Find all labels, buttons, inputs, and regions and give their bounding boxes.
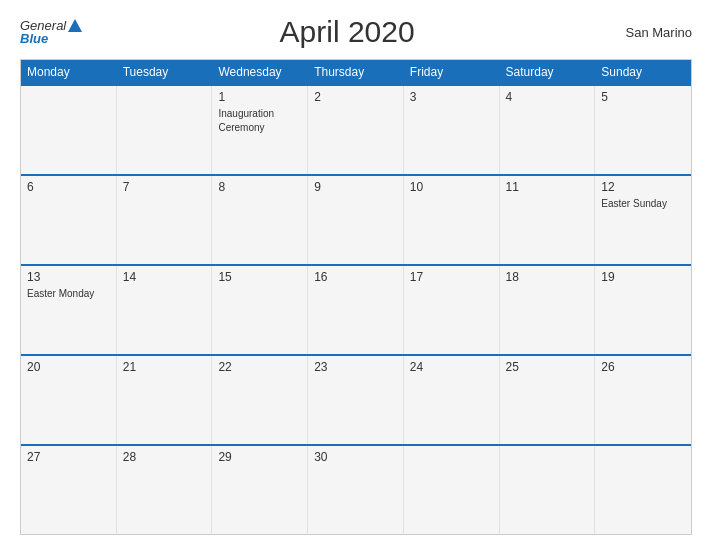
day-cell-9: 9 xyxy=(308,176,404,264)
days-header: MondayTuesdayWednesdayThursdayFridaySatu… xyxy=(21,60,691,84)
logo-blue-text: Blue xyxy=(20,32,82,45)
weeks-container: 1Inauguration Ceremony23456789101112East… xyxy=(21,84,691,534)
day-cell-empty xyxy=(500,446,596,534)
day-cell-15: 15 xyxy=(212,266,308,354)
day-cell-empty xyxy=(21,86,117,174)
day-cell-6: 6 xyxy=(21,176,117,264)
day-cell-29: 29 xyxy=(212,446,308,534)
day-number: 4 xyxy=(506,90,589,104)
day-cell-24: 24 xyxy=(404,356,500,444)
day-cell-21: 21 xyxy=(117,356,213,444)
day-number: 21 xyxy=(123,360,206,374)
logo-triangle-icon xyxy=(68,19,82,32)
day-number: 27 xyxy=(27,450,110,464)
day-number: 6 xyxy=(27,180,110,194)
day-number: 13 xyxy=(27,270,110,284)
day-number: 15 xyxy=(218,270,301,284)
day-cell-13: 13Easter Monday xyxy=(21,266,117,354)
day-number: 16 xyxy=(314,270,397,284)
day-cell-empty xyxy=(595,446,691,534)
week-row-4: 20212223242526 xyxy=(21,354,691,444)
month-title: April 2020 xyxy=(82,15,612,49)
day-number: 9 xyxy=(314,180,397,194)
day-cell-30: 30 xyxy=(308,446,404,534)
day-header-thursday: Thursday xyxy=(308,60,404,84)
day-number: 8 xyxy=(218,180,301,194)
logo: General Blue xyxy=(20,19,82,45)
day-cell-14: 14 xyxy=(117,266,213,354)
day-number: 29 xyxy=(218,450,301,464)
day-number: 1 xyxy=(218,90,301,104)
day-cell-3: 3 xyxy=(404,86,500,174)
day-cell-27: 27 xyxy=(21,446,117,534)
day-number: 28 xyxy=(123,450,206,464)
day-cell-11: 11 xyxy=(500,176,596,264)
day-header-friday: Friday xyxy=(404,60,500,84)
day-cell-25: 25 xyxy=(500,356,596,444)
day-cell-4: 4 xyxy=(500,86,596,174)
day-event: Inauguration Ceremony xyxy=(218,108,274,133)
week-row-3: 13Easter Monday141516171819 xyxy=(21,264,691,354)
day-number: 11 xyxy=(506,180,589,194)
day-number: 17 xyxy=(410,270,493,284)
day-number: 18 xyxy=(506,270,589,284)
day-event: Easter Sunday xyxy=(601,198,667,209)
day-event: Easter Monday xyxy=(27,288,94,299)
day-cell-7: 7 xyxy=(117,176,213,264)
day-cell-empty xyxy=(404,446,500,534)
day-cell-19: 19 xyxy=(595,266,691,354)
day-number: 25 xyxy=(506,360,589,374)
day-cell-empty xyxy=(117,86,213,174)
day-header-sunday: Sunday xyxy=(595,60,691,84)
day-number: 7 xyxy=(123,180,206,194)
week-row-1: 1Inauguration Ceremony2345 xyxy=(21,84,691,174)
week-row-2: 6789101112Easter Sunday xyxy=(21,174,691,264)
day-number: 26 xyxy=(601,360,685,374)
week-row-5: 27282930 xyxy=(21,444,691,534)
day-header-tuesday: Tuesday xyxy=(117,60,213,84)
day-number: 10 xyxy=(410,180,493,194)
day-cell-8: 8 xyxy=(212,176,308,264)
day-number: 24 xyxy=(410,360,493,374)
country-label: San Marino xyxy=(612,25,692,40)
day-cell-10: 10 xyxy=(404,176,500,264)
day-number: 20 xyxy=(27,360,110,374)
day-cell-23: 23 xyxy=(308,356,404,444)
day-number: 19 xyxy=(601,270,685,284)
day-cell-28: 28 xyxy=(117,446,213,534)
calendar: MondayTuesdayWednesdayThursdayFridaySatu… xyxy=(20,59,692,535)
day-number: 14 xyxy=(123,270,206,284)
day-number: 2 xyxy=(314,90,397,104)
calendar-header: General Blue April 2020 San Marino xyxy=(20,15,692,49)
day-cell-18: 18 xyxy=(500,266,596,354)
day-cell-5: 5 xyxy=(595,86,691,174)
day-number: 30 xyxy=(314,450,397,464)
day-cell-2: 2 xyxy=(308,86,404,174)
day-cell-16: 16 xyxy=(308,266,404,354)
day-cell-12: 12Easter Sunday xyxy=(595,176,691,264)
day-number: 22 xyxy=(218,360,301,374)
day-cell-20: 20 xyxy=(21,356,117,444)
day-number: 23 xyxy=(314,360,397,374)
day-number: 5 xyxy=(601,90,685,104)
day-cell-1: 1Inauguration Ceremony xyxy=(212,86,308,174)
day-header-monday: Monday xyxy=(21,60,117,84)
day-number: 12 xyxy=(601,180,685,194)
day-header-wednesday: Wednesday xyxy=(212,60,308,84)
day-cell-22: 22 xyxy=(212,356,308,444)
day-header-saturday: Saturday xyxy=(500,60,596,84)
day-cell-17: 17 xyxy=(404,266,500,354)
day-cell-26: 26 xyxy=(595,356,691,444)
day-number: 3 xyxy=(410,90,493,104)
